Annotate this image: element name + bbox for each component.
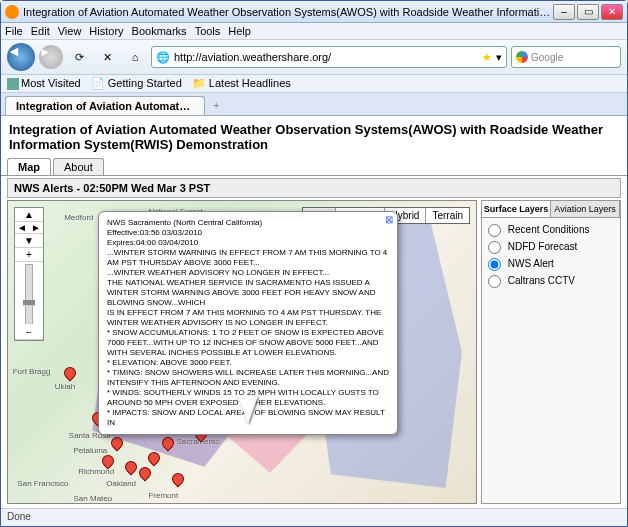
city-medford: Medford [64, 213, 93, 222]
bm-latest-headlines[interactable]: 📁 Latest Headlines [192, 77, 291, 90]
back-button[interactable]: ◄ [7, 43, 35, 71]
city-ukiah: Ukiah [55, 382, 75, 391]
popup-close-icon[interactable]: ⊠ [385, 214, 393, 227]
layers-panel: Surface Layers Aviation Layers Recent Co… [481, 200, 621, 504]
window-titlebar: Integration of Aviation Automated Weathe… [1, 1, 627, 23]
menu-bar: File Edit View History Bookmarks Tools H… [1, 23, 627, 40]
tab-surface-layers[interactable]: Surface Layers [482, 201, 551, 217]
city-petaluma: Petaluma [74, 446, 108, 455]
stop-button[interactable]: ✕ [95, 45, 119, 69]
zoom-in-button[interactable]: + [15, 248, 43, 262]
city-sanmateo: San Mateo [74, 494, 113, 503]
tab-about[interactable]: About [53, 158, 104, 175]
layer-ndfd-forecast[interactable]: NDFD Forecast [488, 241, 614, 254]
popup-tail [238, 396, 258, 424]
popup-line: Effective:03:56 03/03/2010 [107, 228, 389, 238]
pan-up-icon[interactable]: ▲ [15, 208, 43, 222]
home-button[interactable]: ⌂ [123, 45, 147, 69]
menu-history[interactable]: History [89, 25, 123, 37]
url-dropdown-icon[interactable]: ▾ [496, 51, 502, 64]
zoom-out-button[interactable]: − [15, 326, 43, 340]
pan-right-icon[interactable]: ► [31, 222, 41, 233]
pan-down-icon[interactable]: ▼ [15, 234, 43, 248]
menu-tools[interactable]: Tools [195, 25, 221, 37]
maptype-terrain[interactable]: Terrain [425, 208, 469, 223]
google-icon [516, 51, 528, 63]
close-button[interactable]: ✕ [601, 4, 623, 20]
menu-view[interactable]: View [58, 25, 82, 37]
map-pan-zoom[interactable]: ▲ ◄► ▼ + − [14, 207, 44, 341]
tab-map[interactable]: Map [7, 158, 51, 175]
pan-left-icon[interactable]: ◄ [17, 222, 27, 233]
menu-help[interactable]: Help [228, 25, 251, 37]
city-fortbragg: Fort Bragg [13, 367, 51, 376]
popup-line: * SNOW ACCUMULATIONS: 1 TO 2 FEET OF SNO… [107, 328, 389, 358]
map-canvas[interactable]: Medford National Forest Redding Fort Bra… [7, 200, 477, 504]
url-bar[interactable]: 🌐 ★ ▾ [151, 46, 507, 68]
status-text: Done [7, 511, 31, 522]
browser-tab[interactable]: Integration of Aviation Automated ... [5, 96, 205, 115]
bm-most-visited[interactable]: Most Visited [7, 77, 81, 90]
menu-file[interactable]: File [5, 25, 23, 37]
zoom-slider[interactable] [25, 264, 33, 324]
layer-caltrans-cctv[interactable]: Caltrans CCTV [488, 275, 614, 288]
search-bar[interactable]: Google [511, 46, 621, 68]
popup-line: * TIMING: SNOW SHOWERS WILL INCREASE LAT… [107, 368, 389, 388]
city-fremont: Fremont [148, 491, 178, 500]
nav-toolbar: ◄ ► ⟳ ✕ ⌂ 🌐 ★ ▾ Google [1, 40, 627, 75]
bookmark-star-icon[interactable]: ★ [482, 51, 492, 64]
window-title: Integration of Aviation Automated Weathe… [23, 6, 553, 18]
maximize-button[interactable]: ▭ [577, 4, 599, 20]
layer-nws-alert[interactable]: NWS Alert [488, 258, 614, 271]
layer-recent-conditions[interactable]: Recent Conditions [488, 224, 614, 237]
minimize-button[interactable]: – [553, 4, 575, 20]
city-oakland: Oakland [106, 479, 136, 488]
popup-line: ...WINTER STORM WARNING IN EFFECT FROM 7… [107, 248, 389, 268]
popup-line: ...WINTER WEATHER ADVISORY NO LONGER IN … [107, 268, 389, 278]
url-input[interactable] [174, 51, 478, 63]
site-icon: 🌐 [156, 51, 170, 64]
city-sf: San Francisco [17, 479, 68, 488]
popup-line: Expires:04:00 03/04/2010 [107, 238, 389, 248]
tab-aviation-layers[interactable]: Aviation Layers [551, 201, 620, 217]
forward-button[interactable]: ► [39, 45, 63, 69]
bm-getting-started[interactable]: 📄 Getting Started [91, 77, 182, 90]
popup-line: THE NATIONAL WEATHER SERVICE IN SACRAMEN… [107, 278, 389, 308]
page-title: Integration of Aviation Automated Weathe… [1, 116, 627, 158]
alerts-header: NWS Alerts - 02:50PM Wed Mar 3 PST [7, 178, 621, 198]
bookmarks-toolbar: Most Visited 📄 Getting Started 📁 Latest … [1, 75, 627, 93]
popup-line: NWS Sacramento (North Central California… [107, 218, 389, 228]
reload-button[interactable]: ⟳ [67, 45, 91, 69]
new-tab-button[interactable]: + [205, 96, 227, 115]
firefox-icon [5, 5, 19, 19]
search-placeholder: Google [531, 52, 563, 63]
popup-line: IS IN EFFECT FROM 7 AM THIS MORNING TO 4… [107, 308, 389, 328]
menu-bookmarks[interactable]: Bookmarks [132, 25, 187, 37]
popup-line: * ELEVATION: ABOVE 3000 FEET. [107, 358, 389, 368]
menu-edit[interactable]: Edit [31, 25, 50, 37]
status-bar: Done [1, 508, 627, 526]
tab-strip: Integration of Aviation Automated ... + [1, 93, 627, 116]
